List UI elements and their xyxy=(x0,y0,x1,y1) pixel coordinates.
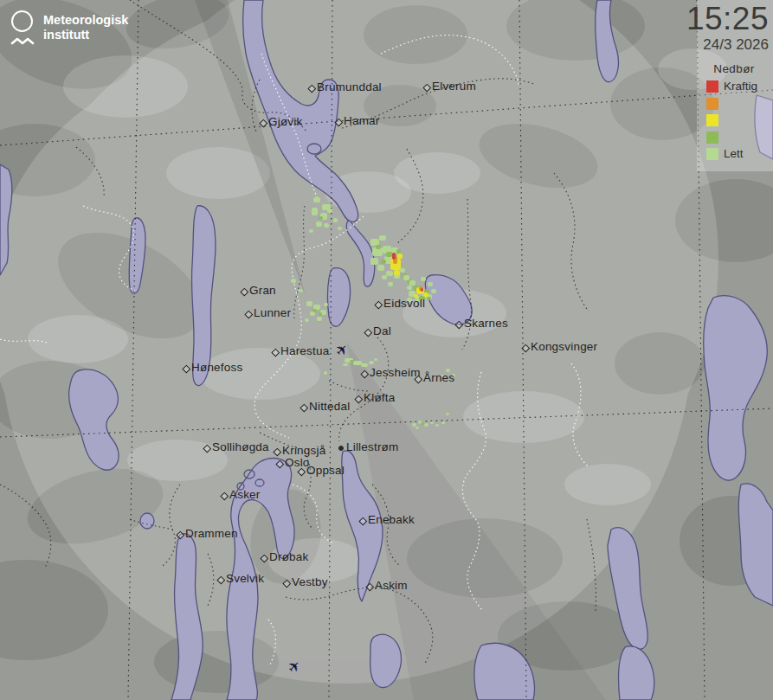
radar-echo-light xyxy=(441,421,445,424)
radar-echo-light xyxy=(379,235,386,241)
radar-echo-moderate xyxy=(386,252,392,257)
radar-echo-moderate xyxy=(421,422,424,425)
radar-echo-light xyxy=(374,358,377,361)
org-name-line1: Meteorologisk xyxy=(43,13,128,28)
legend-swatch-extreme xyxy=(706,80,718,93)
radar-echo-moderate xyxy=(396,249,401,254)
legend-label: Kraftig xyxy=(724,80,757,93)
radar-echo-light xyxy=(446,413,449,415)
radar-echo-light xyxy=(407,298,412,302)
legend-row: Kraftig xyxy=(699,79,769,96)
radar-echo-moderate xyxy=(427,297,431,300)
radar-echo-light xyxy=(446,369,450,372)
radar-echo-light xyxy=(386,271,393,276)
radar-echo-light xyxy=(403,275,409,280)
radar-echo-light xyxy=(324,223,329,228)
radar-echo-light xyxy=(353,361,362,365)
radar-echo-light xyxy=(299,289,303,292)
radar-echo-heavy xyxy=(394,270,400,275)
radar-echo-extreme xyxy=(392,253,396,260)
radar-echo-light xyxy=(313,197,320,202)
radar-echo-light xyxy=(370,239,379,246)
radar-echo-moderate xyxy=(312,309,317,312)
org-name: Meteorologisk institutt xyxy=(43,13,128,42)
radar-echo-moderate xyxy=(381,260,386,264)
radar-echo-light xyxy=(361,363,368,367)
radar-echo-light xyxy=(305,318,309,322)
clock: 15:25 24/3 2026 xyxy=(686,2,769,54)
radar-echo-light xyxy=(338,227,342,230)
radar-echo-light xyxy=(343,363,348,366)
radar-echo-moderate xyxy=(350,360,354,363)
logo-circle-icon xyxy=(11,10,33,32)
radar-echo-light xyxy=(400,268,405,273)
legend-swatch-intense xyxy=(706,98,718,110)
radar-echo-light xyxy=(409,280,415,286)
legend-row xyxy=(699,130,769,147)
radar-echo-light xyxy=(369,361,374,364)
radar-echo-light xyxy=(428,282,433,286)
legend-title: Nedbør xyxy=(699,62,769,75)
radar-echo-light xyxy=(452,374,455,377)
radar-echo-light xyxy=(333,218,338,222)
radar-echo-light xyxy=(431,289,436,293)
radar-echo-light xyxy=(317,317,322,321)
radar-echo-moderate xyxy=(376,245,381,249)
org-name-line2: institutt xyxy=(43,28,128,42)
radar-echo-light xyxy=(424,423,428,427)
radar-echo-light xyxy=(306,301,312,306)
radar-echo-light xyxy=(415,427,419,429)
radar-echo-light xyxy=(312,208,318,215)
radar-echo-light xyxy=(430,421,434,424)
radar-echo-heavy xyxy=(423,292,428,297)
radar-echo-light xyxy=(377,265,384,271)
radar-echo-light xyxy=(309,229,313,233)
radar-echo-heavy xyxy=(414,294,418,298)
legend-label: Lett xyxy=(724,147,744,160)
map-canvas xyxy=(0,0,773,700)
radar-echo-light xyxy=(435,424,439,427)
precipitation-legend: Nedbør Kraftig Lett xyxy=(699,62,769,164)
radar-echo-light xyxy=(441,375,444,377)
radar-echo-moderate xyxy=(319,312,322,316)
radar-echo-light xyxy=(327,209,332,213)
radar-echo-moderate xyxy=(419,296,425,300)
radar-echo-moderate xyxy=(319,216,323,220)
time-display: 15:25 xyxy=(686,2,769,36)
radar-echo-light xyxy=(370,258,378,265)
radar-echo-light xyxy=(412,423,416,427)
radar-echo-light xyxy=(382,275,387,279)
radar-echo-light xyxy=(324,303,328,306)
legend-row xyxy=(699,96,769,113)
date-display: 24/3 2026 xyxy=(686,36,769,54)
legend-row xyxy=(699,112,769,130)
legend-swatch-moderate xyxy=(706,132,718,144)
radar-map-app: BrumunddalElverumGjøvikHamarGranLunnerEi… xyxy=(0,0,773,700)
radar-echo-extreme xyxy=(421,288,423,292)
logo-wave-icon xyxy=(10,35,35,46)
radar-echo-light xyxy=(316,222,322,227)
radar-echo-light xyxy=(407,286,412,290)
radar-echo-light xyxy=(388,282,393,286)
legend-swatch-light xyxy=(706,148,718,160)
radar-echo-light xyxy=(324,371,327,375)
radar-echo-light xyxy=(421,277,426,281)
radar-echo-heavy xyxy=(397,254,403,259)
legend-swatch-heavy xyxy=(706,114,718,126)
radar-echo-light xyxy=(291,279,296,283)
legend-row: Lett xyxy=(699,146,769,164)
